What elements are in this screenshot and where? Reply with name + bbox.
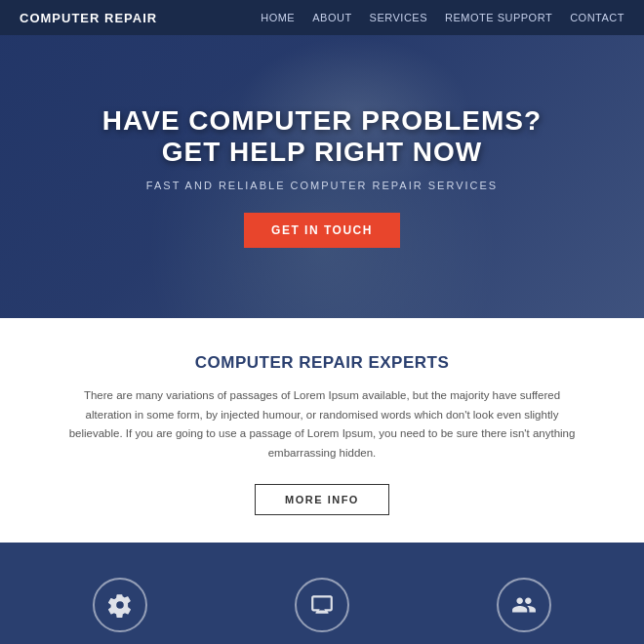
feature-who-we-are: WHO WE ARE All the Lorem Ipsum generator…	[423, 578, 624, 644]
whoweare-icon-circle	[497, 578, 551, 632]
navbar: COMPUTER REPAIR HOME ABOUT SERVICES REMO…	[0, 0, 644, 35]
experts-section: COMPUTER REPAIR EXPERTS There are many v…	[0, 318, 644, 543]
monitor-icon	[309, 592, 335, 618]
gear-icon	[107, 592, 133, 618]
nav-about[interactable]: ABOUT	[312, 12, 351, 23]
nav-remote-support[interactable]: REMOTE SUPPORT	[445, 12, 552, 23]
brand-logo: COMPUTER REPAIR	[20, 11, 261, 25]
get-in-touch-button[interactable]: GET IN TOUCH	[244, 213, 400, 248]
hero-content: HAVE COMPUTER PROBLEMS? GET HELP RIGHT N…	[63, 105, 581, 248]
features-section: MISSION STATEMENT All the Lorem Ipsum ge…	[0, 543, 644, 644]
nav-contact[interactable]: CONTACT	[570, 12, 624, 23]
users-icon	[511, 592, 537, 618]
hero-title: HAVE COMPUTER PROBLEMS? GET HELP RIGHT N…	[102, 105, 542, 168]
more-info-button[interactable]: MORE INFO	[255, 484, 389, 515]
feature-what-we-do: WHAT WE DO All the Lorem Ipsum generator…	[221, 578, 423, 644]
nav-services[interactable]: SERVICES	[370, 12, 427, 23]
experts-title: COMPUTER REPAIR EXPERTS	[59, 353, 585, 373]
whatwedo-icon-circle	[295, 578, 349, 632]
feature-mission: MISSION STATEMENT All the Lorem Ipsum ge…	[20, 578, 221, 644]
nav-links: HOME ABOUT SERVICES REMOTE SUPPORT CONTA…	[261, 12, 624, 23]
mission-icon-circle	[93, 578, 147, 632]
hero-section: HAVE COMPUTER PROBLEMS? GET HELP RIGHT N…	[0, 35, 644, 318]
hero-subtitle: FAST AND RELIABLE COMPUTER REPAIR SERVIC…	[102, 180, 542, 191]
experts-body: There are many variations of passages of…	[68, 386, 576, 463]
nav-home[interactable]: HOME	[261, 12, 295, 23]
